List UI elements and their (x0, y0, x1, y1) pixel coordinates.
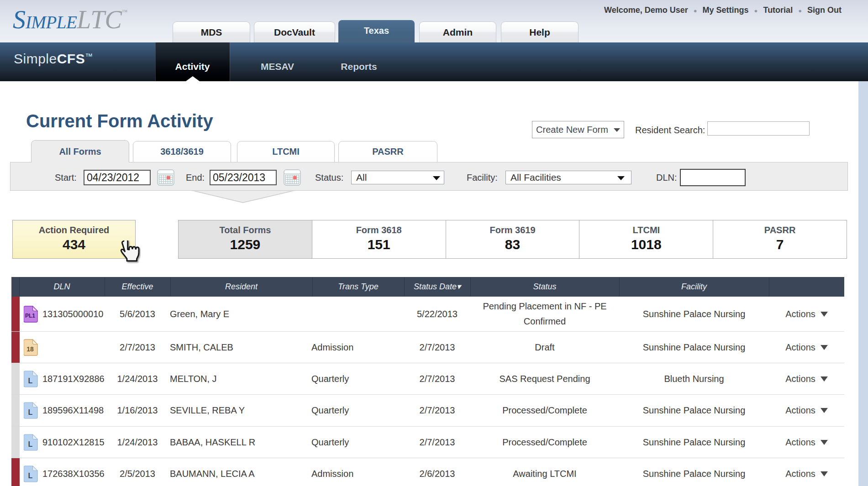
svg-text:L: L (28, 377, 33, 385)
svg-text:L: L (28, 408, 33, 416)
svg-text:18: 18 (26, 345, 34, 353)
svg-text:PL1: PL1 (25, 313, 35, 319)
svg-text:L: L (28, 472, 33, 480)
svg-text:L: L (28, 440, 33, 448)
